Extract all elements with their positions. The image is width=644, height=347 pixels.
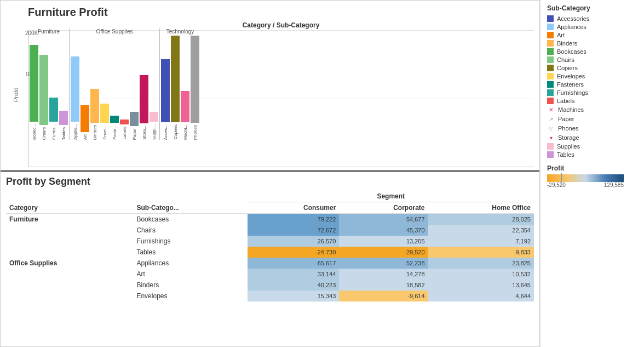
all-bars: Furniture Bookc... Chairs bbox=[28, 30, 534, 140]
furniture-label: Furniture bbox=[30, 29, 68, 35]
bar-labels-rect bbox=[120, 120, 129, 124]
cell-subcategory: Binders bbox=[133, 280, 248, 291]
legend-item[interactable]: ✕Machines bbox=[547, 106, 637, 113]
legend-label: Copiers bbox=[557, 65, 578, 71]
legend-color-swatch bbox=[547, 32, 554, 38]
label-furnishings: Furnis... bbox=[51, 124, 56, 140]
cell-homeoffice: 23,825 bbox=[428, 258, 534, 269]
cell-category bbox=[6, 225, 133, 236]
col-subcategory: Sub-Catego... bbox=[133, 202, 248, 214]
legend-label: Tables bbox=[557, 151, 574, 158]
label-accessories: Acces... bbox=[163, 124, 168, 140]
bar-chart-main: Profit 200K 100K 0K bbox=[28, 30, 534, 167]
table-row: Tables -24,730 -29,520 -9,833 bbox=[6, 247, 534, 258]
legend-item[interactable]: Tables bbox=[547, 151, 637, 158]
cell-subcategory: Furnishings bbox=[133, 236, 248, 247]
legend-triangle-icon: ▾ bbox=[547, 134, 555, 141]
seg-table-wrapper: Segment Category Sub-Catego... Consumer … bbox=[6, 191, 534, 302]
label-chairs: Chairs bbox=[42, 127, 47, 140]
table-row: Office Supplies Appliances 65,617 52,238… bbox=[6, 258, 534, 269]
label-binders: Binders bbox=[93, 125, 97, 140]
furniture-profit-section: Furniture Profit Category / Sub-Category… bbox=[1, 1, 539, 170]
legend-item[interactable]: Furnishings bbox=[547, 89, 637, 96]
technology-group: Technology Acces... Copiers bbox=[160, 29, 200, 140]
cell-homeoffice: 22,354 bbox=[428, 225, 534, 236]
profit-legend: Profit -29,520 129,585 bbox=[547, 164, 637, 188]
cell-corporate: 14,278 bbox=[339, 269, 428, 280]
cell-category bbox=[6, 269, 133, 280]
cell-consumer: -24,730 bbox=[248, 247, 339, 258]
legend-item[interactable]: Labels bbox=[547, 98, 637, 104]
cell-consumer: 26,570 bbox=[248, 236, 339, 247]
legend-title: Sub-Category bbox=[547, 4, 637, 12]
bar-envelopes-rect bbox=[100, 104, 109, 123]
bar-chairs-rect bbox=[39, 55, 48, 125]
segment-table: Segment Category Sub-Catego... Consumer … bbox=[6, 191, 534, 302]
legend-label: Accessories bbox=[557, 15, 589, 22]
cell-category bbox=[6, 247, 133, 258]
legend-label: Art bbox=[557, 32, 565, 38]
cell-category bbox=[6, 291, 133, 302]
col-consumer: Consumer bbox=[248, 202, 339, 214]
legend-item[interactable]: ▾Storage bbox=[547, 134, 637, 141]
segment-header: Segment bbox=[248, 191, 534, 202]
legend-item[interactable]: ▽Phones bbox=[547, 124, 637, 132]
legend-item[interactable]: Fasteners bbox=[547, 81, 637, 88]
bar-phones: Phones bbox=[191, 36, 199, 140]
legend-color-swatch bbox=[547, 24, 554, 30]
legend-color-swatch bbox=[547, 89, 554, 96]
legend-item[interactable]: Art bbox=[547, 32, 637, 38]
legend-filter-icon: ▽ bbox=[547, 124, 555, 132]
legend-label: Labels bbox=[557, 98, 574, 104]
legend-item[interactable]: Copiers bbox=[547, 65, 637, 71]
bar-binders: Binders bbox=[90, 36, 99, 140]
x-axis-title: Category / Sub-Category bbox=[28, 21, 534, 29]
table-row: Furniture Bookcases 79,222 54,677 28,025 bbox=[6, 214, 534, 225]
cell-corporate: -29,520 bbox=[339, 247, 428, 258]
gradient-bar bbox=[547, 174, 624, 182]
cell-corporate: 54,677 bbox=[339, 214, 428, 225]
label-storage: Stora... bbox=[142, 126, 147, 140]
legend-item[interactable]: Chairs bbox=[547, 56, 637, 63]
cell-consumer: 40,223 bbox=[248, 280, 339, 291]
profit-legend-title: Profit bbox=[547, 164, 637, 172]
bar-labels: Labels bbox=[120, 36, 129, 140]
cell-category: Office Supplies bbox=[6, 258, 133, 269]
bar-tables: Tables bbox=[59, 36, 68, 140]
bar-bookcases-rect bbox=[30, 45, 38, 122]
legend-label: Storage bbox=[558, 134, 579, 141]
legend-label: Binders bbox=[557, 40, 577, 47]
legend-color-swatch bbox=[547, 40, 554, 47]
office-supplies-group: Office Supplies Applia... Art bbox=[70, 29, 160, 140]
bar-storage-rect bbox=[140, 75, 148, 123]
legend-label: Supplies bbox=[557, 143, 580, 150]
legend-item[interactable]: Envelopes bbox=[547, 73, 637, 79]
bar-machines: Machi... bbox=[181, 36, 189, 140]
legend-item[interactable]: Accessories bbox=[547, 15, 637, 22]
bar-paper-rect bbox=[130, 112, 139, 126]
table-row: Art 33,144 14,278 10,532 bbox=[6, 269, 534, 280]
bar-accessories-rect bbox=[161, 59, 170, 122]
cell-category bbox=[6, 236, 133, 247]
legend-color-swatch bbox=[547, 65, 554, 71]
app-container: Furniture Profit Category / Sub-Category… bbox=[0, 0, 644, 347]
bar-appliances-rect bbox=[71, 56, 79, 122]
label-supplies: Suppli... bbox=[152, 124, 157, 140]
label-tables: Tables bbox=[61, 127, 66, 140]
label-copiers: Copiers bbox=[173, 124, 178, 140]
bar-paper: Paper bbox=[130, 36, 139, 140]
legend-item[interactable]: ↗Paper bbox=[547, 115, 637, 123]
profit-by-segment-title: Profit by Segment bbox=[6, 176, 534, 187]
cell-homeoffice: -9,833 bbox=[428, 247, 534, 258]
legend-item[interactable]: Appliances bbox=[547, 24, 637, 30]
legend-item[interactable]: Supplies bbox=[547, 143, 637, 150]
cell-subcategory: Appliances bbox=[133, 258, 248, 269]
legend-item[interactable]: Bookcases bbox=[547, 48, 637, 55]
furniture-profit-title: Furniture Profit bbox=[28, 6, 534, 19]
table-row: Envelopes 15,343 -9,614 4,644 bbox=[6, 291, 534, 302]
y-axis-label: Profit bbox=[13, 88, 19, 102]
bar-appliances: Applia... bbox=[71, 36, 79, 140]
technology-label: Technology bbox=[161, 29, 199, 35]
legend-item[interactable]: Binders bbox=[547, 40, 637, 47]
legend-color-swatch bbox=[547, 56, 554, 63]
